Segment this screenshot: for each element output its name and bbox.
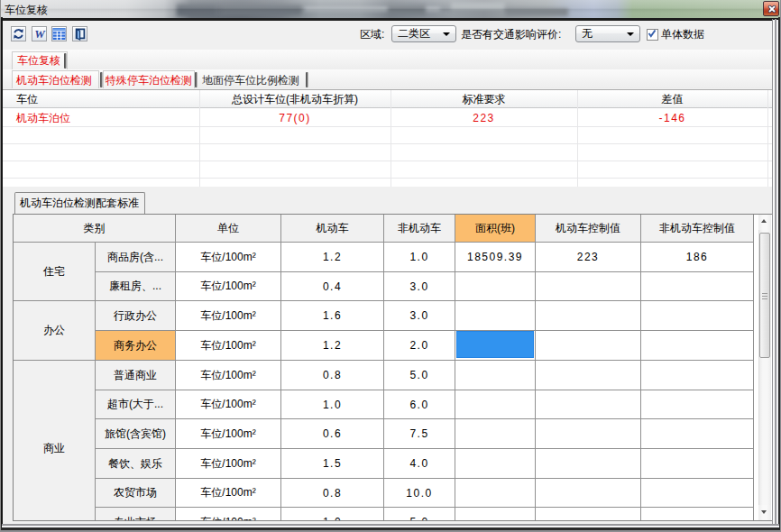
svg-text:W: W [34, 27, 46, 41]
